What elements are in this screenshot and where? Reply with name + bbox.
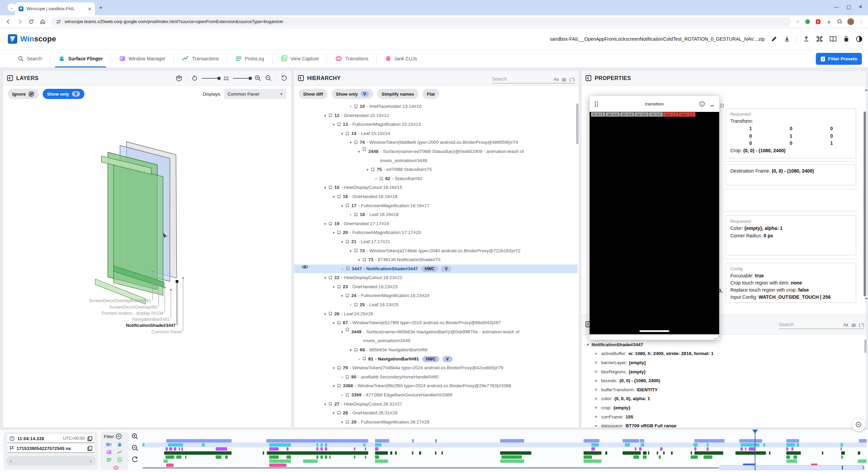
trace-entry[interactable] [796, 443, 800, 447]
trace-entry[interactable] [269, 447, 279, 451]
property-row[interactable]: activeBuffer: w: 1080, h: 2400, stride: … [587, 349, 866, 358]
trace-entry[interactable] [763, 443, 765, 447]
tree-node[interactable]: ▾ 14 - Leaf:15:15#14 [319, 129, 578, 138]
trace-entry[interactable] [375, 439, 390, 442]
trace-entry[interactable] [320, 447, 322, 451]
property-row[interactable]: color: (0, 0, 0), alpha: 1 [587, 394, 866, 404]
trace-track[interactable] [142, 459, 867, 463]
extensions-puzzle-icon[interactable] [837, 19, 843, 25]
expand-toggle[interactable]: ▾ [339, 237, 345, 247]
tree-node[interactable]: ▾ 75 - ed70f88 StatusBar#75 [319, 165, 578, 174]
trace-entry[interactable] [786, 447, 788, 451]
trace-entry[interactable] [584, 455, 592, 459]
trace-entry[interactable] [786, 451, 801, 455]
expand-toggle[interactable]: • [348, 102, 353, 111]
reload-icon[interactable] [28, 19, 34, 25]
minimize-icon[interactable] [710, 102, 714, 106]
transition-overlay-window[interactable]: transition P: 0 / 1dX: 0.0dY: 0.0Xv: 0.0… [590, 96, 719, 340]
trace-entry[interactable] [142, 443, 144, 447]
trace-entry[interactable] [375, 447, 379, 451]
trace-track[interactable] [142, 447, 867, 451]
tree-node[interactable]: • 30 - Leaf:26:27#30 [319, 427, 578, 428]
tab-transitions[interactable]: Transitions [327, 50, 376, 67]
trace-entry[interactable] [269, 455, 279, 459]
tree-node[interactable]: ▾ 27 - HideDisplayCutout:26:31#27 [319, 400, 578, 409]
timeline-scroll-track[interactable] [142, 467, 719, 469]
trace-entry[interactable] [635, 447, 636, 451]
trace-entry[interactable] [225, 455, 228, 459]
trace-entry[interactable] [165, 455, 174, 459]
collapse-panel-icon[interactable] [586, 75, 591, 81]
trace-entry[interactable] [584, 451, 601, 455]
trace-entry[interactable] [216, 447, 227, 451]
url-bar[interactable]: winscope.teams.x20web.corp.google.com/pr… [51, 17, 791, 26]
tree-node[interactable]: ▾ 67 - WindowToken{e5176f9 type=2019 and… [319, 318, 578, 328]
tree-node[interactable]: ▾ 16 - OneHanded:16:16#16 [319, 192, 578, 201]
expand-toggle[interactable]: ▾ [356, 147, 362, 156]
trace-entry[interactable] [269, 464, 287, 467]
trace-entry[interactable] [591, 443, 598, 447]
trace-entry[interactable] [375, 455, 379, 459]
tab-close-icon[interactable]: ✕ [88, 6, 92, 12]
trace-entry[interactable] [176, 455, 181, 459]
property-row[interactable]: blurRegions: [empty] [587, 367, 866, 376]
trace-entry[interactable] [739, 439, 762, 442]
tree-node[interactable]: ▾ 3449 - Surface(name=885b63e Navigation… [319, 328, 578, 346]
expand-toggle[interactable]: ▾ [339, 328, 345, 337]
view-capture-icon[interactable] [117, 457, 122, 463]
window-maximize-icon[interactable]: ▢ [847, 4, 851, 9]
home-icon[interactable] [40, 19, 46, 25]
browser-menu-icon[interactable]: ⋮ [859, 19, 863, 24]
trace-entry[interactable] [694, 439, 725, 442]
trace-entry[interactable] [640, 439, 644, 442]
trace-entry[interactable] [786, 439, 799, 442]
expand-toggle[interactable]: • [373, 174, 379, 183]
expand-toggle[interactable]: ▾ [331, 228, 336, 237]
edit-icon[interactable] [771, 36, 777, 42]
tree-node[interactable]: ▾ 79 - WindowToken{7046b4a type=2024 and… [319, 363, 578, 373]
tab-transactions[interactable]: Transactions [174, 50, 227, 67]
expand-toggle[interactable]: ▾ [331, 282, 336, 292]
trace-entry[interactable] [657, 451, 658, 455]
trace-entry[interactable] [639, 447, 641, 451]
trace-entry[interactable] [841, 447, 842, 451]
trace-entry[interactable] [841, 451, 845, 455]
trace-entry[interactable] [166, 439, 231, 442]
trace-entry[interactable] [605, 451, 607, 455]
overlay-title-bar[interactable]: transition [590, 96, 719, 112]
match-case-icon[interactable]: Aa [843, 322, 848, 327]
window-manager-icon[interactable] [106, 450, 112, 455]
trace-entry[interactable] [648, 451, 649, 455]
trace-entry[interactable] [441, 451, 443, 455]
screen-recording-icon[interactable] [106, 442, 112, 447]
collapse-filter-icon[interactable] [116, 433, 122, 439]
tree-node[interactable]: ▾ 20 - FullscreenMagnification:17:17#20 [319, 228, 578, 237]
tree-node[interactable]: ▾ 13 - FullscreenMagnification:15:15#13 [319, 120, 578, 129]
property-row[interactable]: currFrame: 155 [587, 412, 866, 421]
property-row[interactable]: dataspace: BT709 sRGB Full range [587, 421, 866, 428]
expand-toggle[interactable]: ▾ [322, 111, 328, 120]
shortcuts-icon[interactable] [816, 35, 823, 43]
trace-entry[interactable] [354, 447, 355, 451]
trace-entry[interactable] [694, 447, 696, 451]
trace-entry[interactable] [320, 455, 322, 459]
collapse-panel-icon[interactable] [298, 75, 304, 81]
trace-entry[interactable] [858, 451, 860, 455]
trace-entry[interactable] [185, 455, 186, 459]
timeline-tracks[interactable] [142, 430, 867, 471]
regex-icon[interactable]: (.*) [569, 77, 575, 82]
layer-label[interactable]: ScreenDecorOverlayBottom#61 [3, 298, 151, 303]
extension-green-icon[interactable] [805, 19, 811, 25]
trace-entry[interactable] [267, 451, 368, 455]
trace-entry[interactable] [584, 459, 601, 463]
expand-toggle[interactable]: ▾ [339, 418, 345, 427]
human-time-row[interactable]: 11:04:14.228 UTC+00:00 [7, 434, 94, 443]
spacing-slider[interactable] [233, 78, 251, 79]
surface-flinger-icon[interactable] [117, 442, 122, 447]
timeline-zoom-in-icon[interactable] [132, 433, 138, 440]
trace-entry[interactable] [316, 455, 318, 459]
back-icon[interactable] [5, 19, 12, 25]
trace-entry[interactable] [707, 443, 709, 447]
trace-entry[interactable] [395, 451, 396, 455]
expand-toggle[interactable]: ▾ [331, 120, 336, 129]
